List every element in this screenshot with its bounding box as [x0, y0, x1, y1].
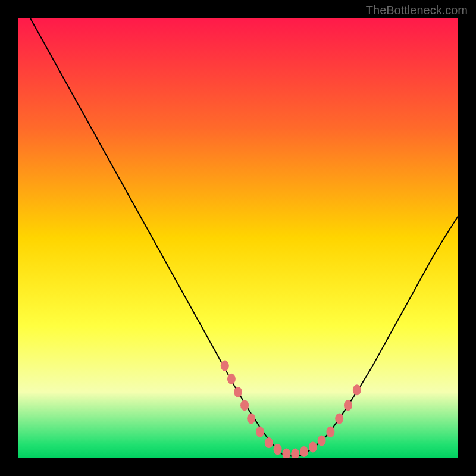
marker-dot	[227, 374, 236, 384]
marker-dot	[265, 437, 273, 448]
marker-dot	[318, 435, 326, 446]
marker-dot	[291, 449, 299, 458]
marker-dot	[353, 384, 361, 395]
marker-dot	[300, 446, 308, 457]
marker-dot	[234, 387, 242, 397]
marker-dot	[282, 449, 290, 458]
watermark-text: TheBottleneck.com	[366, 4, 468, 17]
marker-dot	[335, 413, 343, 424]
chart-svg	[18, 18, 458, 458]
marker-dot	[274, 444, 282, 455]
marker-dot	[221, 361, 229, 371]
optimal-zone-markers	[221, 361, 361, 458]
marker-dot	[309, 442, 317, 453]
marker-dot	[247, 413, 255, 424]
marker-dot	[344, 400, 352, 411]
marker-dot	[326, 427, 334, 437]
marker-dot	[256, 427, 264, 437]
plot-area	[18, 18, 458, 458]
marker-dot	[240, 400, 249, 411]
